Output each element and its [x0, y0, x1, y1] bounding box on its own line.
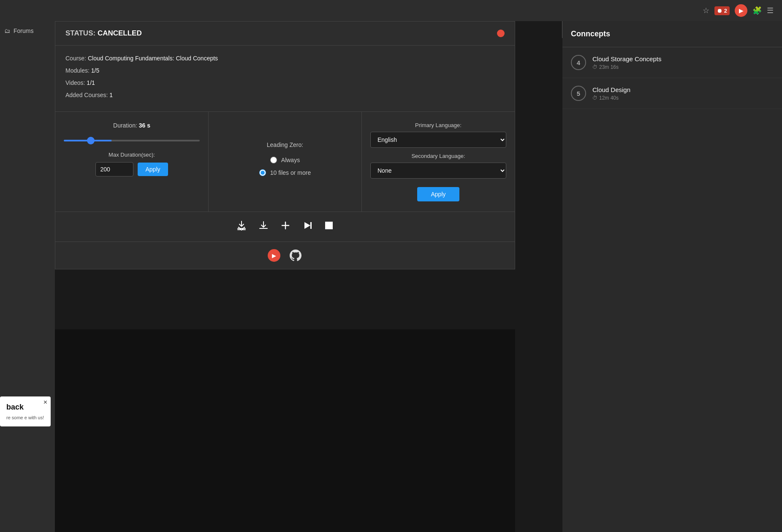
browser-chrome: ☆ ⏺ 2 ▶ 🧩 ☰ — [0, 0, 782, 21]
leading-zero-column: Leading Zero: Always 10 files or more — [209, 112, 362, 212]
course-line: Course: Cloud Computing Fundamentals: Cl… — [65, 54, 505, 63]
download-icon[interactable] — [258, 220, 269, 233]
clock-icon: ⏱ — [592, 64, 597, 70]
modules-value: 1/5 — [91, 67, 99, 74]
duration-slider-container — [64, 136, 200, 143]
primary-language-label: Primary Language: — [370, 122, 506, 128]
course-num-4: 4 — [571, 55, 586, 70]
duration-value: 36 s — [139, 122, 150, 129]
right-panel-title: Conncepts — [571, 30, 774, 38]
primary-language-group: Primary Language: English Spanish French… — [370, 122, 506, 148]
always-radio-row: Always — [270, 157, 300, 163]
menu-icon[interactable]: ☰ — [767, 6, 774, 15]
panel-divider — [562, 21, 562, 38]
forums-label: Forums — [14, 27, 33, 34]
star-icon[interactable]: ☆ — [703, 6, 709, 15]
course-name: Cloud Computing Fundamentals: Cloud Conc… — [88, 55, 218, 62]
add-icon[interactable] — [280, 220, 291, 233]
duration-slider[interactable] — [64, 140, 200, 141]
course-title-5: Cloud Design — [592, 86, 630, 93]
course-meta-4: ⏱ 23m 16s — [592, 64, 661, 70]
always-label[interactable]: Always — [281, 157, 300, 163]
status-indicator — [497, 30, 505, 37]
feedback-title: back — [6, 403, 44, 412]
added-courses-value: 1 — [109, 92, 113, 98]
sidebar-item-forums[interactable]: 🗂 Forums — [0, 21, 55, 41]
right-panel: Conncepts 4 Cloud Storage Concepts ⏱ 23m… — [562, 21, 782, 532]
github-icon[interactable] — [289, 249, 302, 262]
max-duration-input[interactable] — [95, 162, 133, 176]
skip-next-icon[interactable] — [302, 220, 312, 233]
course-title-4: Cloud Storage Concepts — [592, 55, 661, 62]
primary-language-select[interactable]: English Spanish French German Japanese C… — [370, 132, 506, 148]
leading-zero-title: Leading Zero: — [267, 141, 303, 148]
status-header: STATUS: CANCELLED — [55, 22, 515, 46]
secondary-language-label: Secondary Language: — [370, 153, 506, 159]
right-panel-header: Conncepts — [562, 21, 782, 47]
record-badge-icon[interactable]: ⏺ 2 — [714, 6, 730, 15]
action-row — [55, 212, 515, 242]
clock-icon: ⏱ — [592, 95, 597, 101]
secondary-language-select[interactable]: None English Spanish French German — [370, 163, 506, 179]
puzzle-icon[interactable]: 🧩 — [752, 6, 762, 15]
always-radio[interactable] — [270, 157, 277, 163]
videos-value: 1/1 — [87, 79, 95, 86]
max-duration-row: Apply — [64, 162, 200, 176]
course-info-section: Course: Cloud Computing Fundamentals: Cl… — [55, 46, 515, 112]
apply-language-button[interactable]: Apply — [417, 187, 459, 201]
secondary-language-group: Secondary Language: None English Spanish… — [370, 153, 506, 179]
footer-row: ▶ — [55, 242, 515, 269]
status-text: STATUS: CANCELLED — [65, 29, 142, 38]
added-courses-line: Added Courses: 1 — [65, 91, 505, 100]
left-sidebar: 🗂 Forums — [0, 21, 55, 532]
svg-rect-2 — [325, 222, 333, 229]
apply-duration-button[interactable]: Apply — [138, 163, 168, 176]
svg-marker-0 — [304, 222, 310, 229]
play-circle-icon[interactable]: ▶ — [735, 4, 747, 17]
list-item[interactable]: 5 Cloud Design ⏱ 12m 40s — [562, 78, 782, 109]
folder-icon: 🗂 — [4, 27, 10, 34]
course-meta-5: ⏱ 12m 40s — [592, 95, 630, 101]
list-item[interactable]: 4 Cloud Storage Concepts ⏱ 23m 16s — [562, 47, 782, 78]
feedback-popup: × back re some e with us! — [0, 396, 51, 426]
video-area — [55, 329, 515, 532]
svg-rect-1 — [310, 222, 312, 229]
modules-line: Modules: 1/5 — [65, 66, 505, 75]
course-info-4: Cloud Storage Concepts ⏱ 23m 16s — [592, 55, 661, 70]
course-info-5: Cloud Design ⏱ 12m 40s — [592, 86, 630, 101]
ten-files-label[interactable]: 10 files or more — [270, 169, 311, 176]
course-num-5: 5 — [571, 86, 586, 101]
ten-files-radio-row: 10 files or more — [259, 169, 311, 176]
status-value: CANCELLED — [98, 29, 142, 37]
close-button[interactable]: × — [43, 399, 47, 406]
duration-column: Duration: 36 s Max Duration(sec): Apply — [55, 112, 209, 212]
stop-icon[interactable] — [324, 221, 334, 233]
videos-line: Videos: 1/1 — [65, 79, 505, 87]
record-footer-icon[interactable]: ▶ — [268, 249, 280, 262]
download-all-icon[interactable] — [236, 220, 247, 233]
feedback-text: re some e with us! — [6, 415, 44, 420]
ten-files-radio[interactable] — [259, 169, 266, 176]
controls-section: Duration: 36 s Max Duration(sec): Apply … — [55, 112, 515, 212]
duration-display: Duration: 36 s — [64, 122, 200, 129]
language-column: Primary Language: English Spanish French… — [362, 112, 515, 212]
max-duration-label: Max Duration(sec): — [64, 152, 200, 158]
main-dialog: STATUS: CANCELLED Course: Cloud Computin… — [55, 21, 515, 269]
